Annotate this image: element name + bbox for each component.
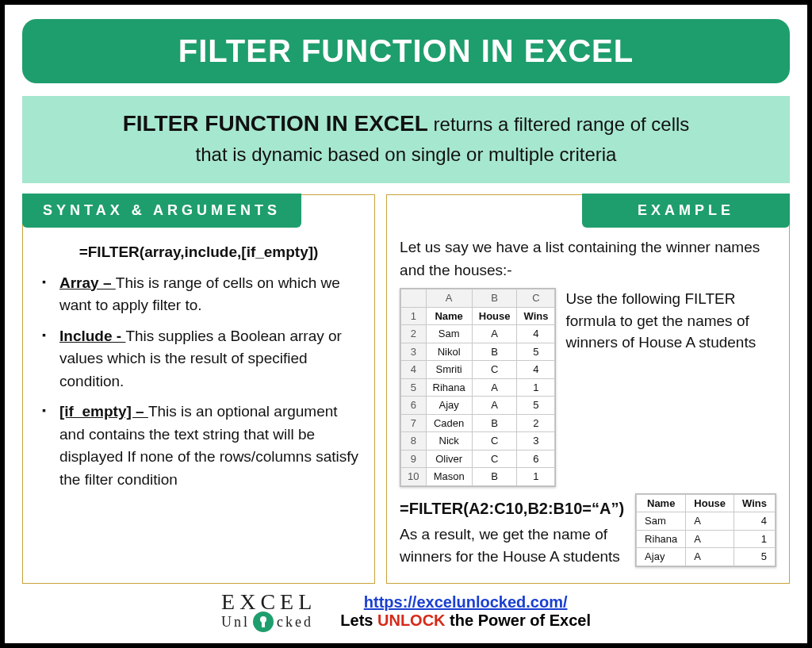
col-header: B	[472, 289, 517, 308]
list-item: Include - This supplies a Boolean array …	[42, 325, 362, 393]
col-header: Name	[637, 494, 686, 512]
tagline-post: the Power of Excel	[446, 612, 591, 629]
arg-name: [if_empty] –	[59, 403, 148, 420]
cell: C	[472, 432, 517, 451]
list-item: Array – This is range of cells on which …	[42, 272, 362, 317]
cell: Oliver	[426, 450, 472, 468]
description-lead: FILTER FUNCTION IN EXCEL	[123, 111, 428, 136]
cell: Name	[426, 307, 472, 325]
argument-list: Array – This is range of cells on which …	[36, 272, 362, 492]
cell: 5	[517, 343, 555, 361]
tagline-pre: Lets	[340, 612, 377, 629]
example-side-text: Use the following FILTER formula to get …	[565, 288, 776, 487]
cell: 2	[517, 414, 555, 432]
row-num: 3	[401, 343, 426, 361]
cell: 1	[734, 530, 776, 548]
example-panel: EXAMPLE Let us say we have a list contai…	[386, 194, 790, 584]
cell: Sam	[426, 325, 472, 343]
cell: 4	[734, 512, 776, 531]
website-link[interactable]: https://excelunlocked.com/	[364, 593, 568, 611]
tagline-unlock: UNLOCK	[377, 612, 446, 629]
logo-unl: Unl	[221, 615, 250, 628]
cell: Ajay	[426, 397, 472, 415]
cell: A	[686, 530, 734, 548]
source-spreadsheet: A B C 1 Name House Wins 2SamA4 3NikolB5 …	[400, 288, 556, 487]
arg-name: Array –	[59, 274, 116, 291]
cell: C	[472, 450, 517, 468]
cell: A	[472, 325, 517, 343]
cell: B	[472, 343, 517, 361]
logo-x: X	[239, 589, 260, 614]
example-result-text: As a result, we get the name of winners …	[400, 523, 624, 569]
cell: Sam	[637, 512, 686, 531]
cell: 5	[517, 397, 555, 415]
cell: 4	[517, 361, 555, 379]
logo-c: C	[260, 589, 280, 614]
cell: 3	[517, 432, 555, 451]
cell: Rihana	[637, 530, 686, 548]
cell: Smriti	[426, 361, 472, 379]
row-num: 10	[401, 468, 426, 486]
cell: 5	[734, 548, 776, 566]
cell: 6	[517, 450, 555, 468]
logo-cked: cked	[277, 615, 313, 628]
list-item: [if_empty] – This is an optional argumen…	[42, 401, 362, 491]
cell: House	[472, 307, 517, 325]
logo-e: E	[221, 589, 239, 614]
example-intro: Let us say we have a list containing the…	[400, 236, 776, 282]
syntax-formula: =FILTER(array,include,[if_empty])	[36, 241, 362, 264]
cell: 1	[517, 468, 555, 486]
description-bar: FILTER FUNCTION IN EXCEL returns a filte…	[22, 96, 790, 183]
logo-l: L	[298, 589, 316, 614]
cell: A	[472, 378, 517, 397]
row-num: 6	[401, 397, 426, 415]
cell: A	[472, 397, 517, 415]
row-num: 8	[401, 432, 426, 451]
col-header: A	[426, 289, 472, 308]
cell: C	[472, 361, 517, 379]
arg-name: Include -	[59, 328, 125, 344]
footer: EXCEL Unl cked https://excelunlocked.com…	[22, 592, 790, 635]
brand-logo: EXCEL Unl cked	[221, 592, 316, 632]
cell: Rihana	[426, 378, 472, 397]
page-title: FILTER FUNCTION IN EXCEL	[22, 19, 790, 83]
cell: Caden	[426, 414, 472, 432]
logo-e2: E	[280, 589, 298, 614]
lock-icon	[253, 612, 274, 632]
description-text-1: returns a filtered range of cells	[428, 113, 690, 135]
col-header: House	[686, 494, 734, 512]
cell: B	[472, 468, 517, 486]
cell: Wins	[517, 307, 555, 325]
cell: B	[472, 414, 517, 432]
row-num: 4	[401, 361, 426, 379]
row-num: 9	[401, 450, 426, 468]
row-num: 5	[401, 378, 426, 397]
col-header: C	[517, 289, 555, 308]
syntax-panel: SYNTAX & ARGUMENTS =FILTER(array,include…	[22, 194, 375, 584]
cell: 1	[517, 378, 555, 397]
col-header: Wins	[734, 494, 776, 512]
example-heading: EXAMPLE	[582, 194, 790, 228]
cell: Ajay	[637, 548, 686, 566]
row-num: 2	[401, 325, 426, 343]
cell: Nick	[426, 432, 472, 451]
cell: Nikol	[426, 343, 472, 361]
example-formula: =FILTER(A2:C10,B2:B10=“A”)	[400, 497, 624, 520]
row-num: 7	[401, 414, 426, 432]
cell: Mason	[426, 468, 472, 486]
description-text-2: that is dynamic based on single or multi…	[196, 144, 617, 165]
row-num: 1	[401, 307, 426, 325]
cell: 4	[517, 325, 555, 343]
result-spreadsheet: Name House Wins SamA4 RihanaA1 AjayA5	[635, 493, 776, 567]
cell: A	[686, 512, 734, 531]
syntax-heading: SYNTAX & ARGUMENTS	[22, 194, 301, 228]
col-header	[401, 289, 426, 308]
cell: A	[686, 548, 734, 566]
